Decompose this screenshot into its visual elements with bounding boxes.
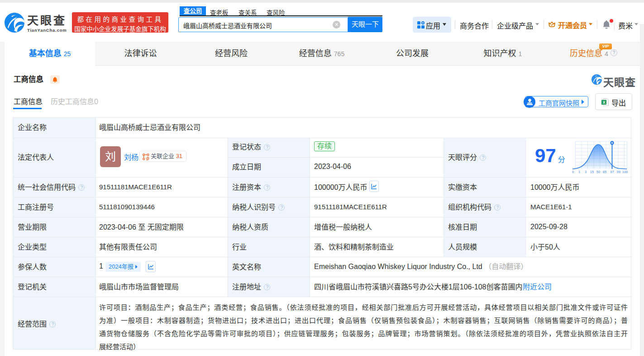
svg-text:100: 100 bbox=[622, 170, 628, 173]
svg-text:97: 97 bbox=[610, 170, 614, 173]
svg-text:1: 1 bbox=[578, 170, 580, 173]
svg-text:99: 99 bbox=[617, 170, 620, 173]
svg-text:85: 85 bbox=[603, 170, 606, 173]
svg-text:3: 3 bbox=[585, 170, 587, 173]
svg-text:0: 0 bbox=[572, 170, 574, 173]
svg-text:15: 15 bbox=[590, 170, 594, 173]
svg-text:50: 50 bbox=[596, 170, 600, 173]
svg-text:企: 企 bbox=[145, 156, 149, 160]
svg-text:X: X bbox=[603, 100, 606, 105]
